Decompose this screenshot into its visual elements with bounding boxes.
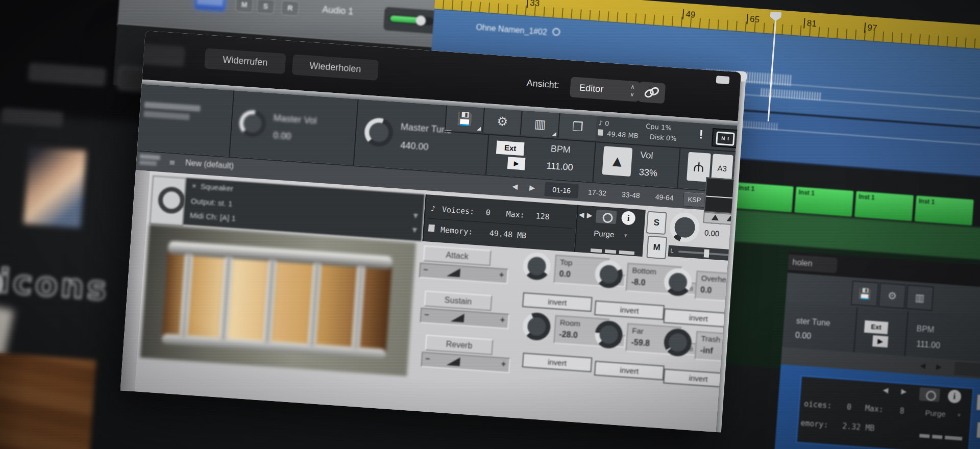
- master-tune-value[interactable]: 440.00: [400, 140, 429, 153]
- invert-button[interactable]: invert: [594, 361, 665, 380]
- purge-arrow-icon[interactable]: ▼: [623, 233, 628, 238]
- ni-logo[interactable]: N I: [712, 128, 738, 148]
- inst-track[interactable]: Inst 1: [794, 186, 854, 217]
- next-icon[interactable]: ▶: [901, 387, 907, 395]
- view-layout-icon[interactable]: ▥: [520, 111, 559, 138]
- redo-button[interactable]: Wiederholen: [292, 54, 379, 81]
- prev-page-icon[interactable]: ◀: [512, 182, 518, 191]
- bg-instrument-header[interactable]: ◀ ▶ i oices: 0 Max: 8 emory: 2.32 MB Pur…: [796, 375, 974, 449]
- bg-purge-button[interactable]: Purge: [925, 408, 946, 418]
- output-row[interactable]: Output: st. 1: [190, 196, 233, 208]
- minus-label[interactable]: –: [425, 354, 430, 364]
- chevron-down-icon[interactable]: ▼: [412, 226, 417, 234]
- layout-icon[interactable]: ▥: [905, 285, 934, 311]
- prev-page-icon[interactable]: ◀: [920, 361, 926, 370]
- info-icon[interactable]: i: [621, 211, 636, 226]
- save-icon[interactable]: 💾: [445, 105, 484, 132]
- multi-menu-icon[interactable]: ≡: [168, 158, 176, 167]
- ksp-tab[interactable]: KSP: [683, 192, 706, 208]
- multi-name[interactable]: New (default): [185, 158, 234, 171]
- page-tab-33-48[interactable]: 33-48: [615, 187, 647, 203]
- pan-handle[interactable]: [704, 249, 709, 258]
- record-button[interactable]: R: [281, 0, 299, 16]
- prev-icon[interactable]: ◀: [883, 386, 889, 394]
- snapshot-camera-icon[interactable]: [919, 387, 940, 402]
- invert-button[interactable]: invert: [522, 353, 593, 372]
- solo-button[interactable]: S: [646, 211, 667, 235]
- bg-page-tab[interactable]: [954, 362, 980, 377]
- bg-bpm-value[interactable]: 111.00: [916, 339, 941, 350]
- metronome-icon[interactable]: ▲: [602, 146, 633, 177]
- room-knob[interactable]: [522, 312, 552, 341]
- max-value[interactable]: 128: [535, 211, 550, 221]
- trash-knob[interactable]: [663, 328, 693, 357]
- master-tune-knob[interactable]: [363, 117, 394, 147]
- inst-track[interactable]: Inst 1: [914, 195, 974, 226]
- width-handle-left[interactable]: [712, 214, 719, 220]
- bottom-knob[interactable]: [594, 260, 624, 289]
- plus-label[interactable]: +: [499, 270, 504, 280]
- instrument-icon-box[interactable]: [150, 176, 187, 227]
- volume-slider[interactable]: [389, 14, 434, 26]
- far-knob[interactable]: [594, 320, 624, 350]
- slider-handle[interactable]: [447, 357, 460, 366]
- next-page-icon[interactable]: ▶: [529, 183, 535, 192]
- midi-row[interactable]: Midi Ch: [A] 1: [189, 211, 236, 222]
- close-icon[interactable]: ×: [191, 181, 197, 190]
- play-button[interactable]: ▶: [507, 157, 526, 170]
- metro-vol-value[interactable]: 33%: [639, 167, 657, 179]
- bpm-value[interactable]: 111.00: [546, 160, 574, 173]
- plus-label[interactable]: +: [501, 359, 506, 369]
- mute-button[interactable]: M: [646, 236, 667, 260]
- bg-play-button[interactable]: ▶: [872, 335, 889, 347]
- next-instrument-icon[interactable]: ▶: [586, 211, 593, 219]
- overhead-knob[interactable]: [663, 267, 693, 297]
- undo-button[interactable]: Widerrufen: [204, 48, 286, 74]
- minus-label[interactable]: –: [424, 310, 429, 320]
- gear-icon[interactable]: ⚙: [482, 108, 522, 135]
- gear-icon[interactable]: ⚙: [878, 283, 906, 309]
- solo-button[interactable]: S: [256, 0, 275, 14]
- tune-value[interactable]: 0.00: [704, 228, 719, 238]
- chevron-down-icon[interactable]: ▼: [413, 212, 418, 220]
- audio-clip-icon[interactable]: [194, 0, 227, 11]
- link-button[interactable]: [638, 82, 666, 104]
- tune-knob[interactable]: [669, 212, 701, 243]
- volume-knob[interactable]: [415, 15, 426, 26]
- slider-handle[interactable]: [451, 313, 464, 322]
- master-vol-value[interactable]: 0.00: [273, 130, 291, 142]
- plus-label[interactable]: +: [500, 315, 505, 325]
- page-tab-17-32[interactable]: 17-32: [581, 184, 614, 201]
- page-tab-01-16[interactable]: 01-16: [544, 182, 579, 198]
- bg-redo-button[interactable]: holen: [788, 255, 838, 273]
- inst-track[interactable]: Inst 1: [734, 182, 794, 213]
- instrument-title[interactable]: × Squeaker: [191, 181, 233, 193]
- reverb-slider[interactable]: – +: [421, 352, 510, 373]
- invert-button[interactable]: invert: [522, 292, 593, 312]
- inst-track[interactable]: Inst 1: [854, 191, 914, 221]
- master-vol-knob[interactable]: [238, 109, 267, 138]
- next-page-icon[interactable]: ▶: [936, 362, 942, 371]
- bg-solo-button[interactable]: S: [976, 394, 980, 411]
- snapshot-camera-icon[interactable]: [596, 209, 617, 224]
- bg-master-tune-value[interactable]: 0.00: [795, 331, 811, 341]
- bg-ext-button[interactable]: Ext: [864, 320, 889, 334]
- info-icon[interactable]: i: [947, 389, 962, 404]
- minus-label[interactable]: –: [423, 265, 428, 275]
- attack-slider[interactable]: – +: [419, 263, 509, 284]
- mute-button[interactable]: M: [235, 0, 254, 13]
- page-tab-49-64[interactable]: 49-64: [648, 189, 681, 206]
- float-window-icon[interactable]: ❐: [557, 113, 597, 140]
- prev-instrument-icon[interactable]: ◀: [578, 210, 584, 219]
- top-knob[interactable]: [522, 252, 552, 281]
- kontakt-window-body: Widerrufen Wiederholen Ansicht: Editor ∧…: [120, 31, 741, 432]
- save-icon[interactable]: 💾: [851, 281, 879, 307]
- warning-icon[interactable]: !: [698, 127, 703, 141]
- bg-mute-button[interactable]: M: [976, 421, 980, 439]
- view-dropdown[interactable]: Editor ∧∨: [570, 77, 640, 102]
- sustain-slider[interactable]: – +: [420, 308, 509, 329]
- purge-button[interactable]: Purge: [594, 229, 615, 239]
- window-pill[interactable]: [716, 76, 730, 84]
- ext-sync-button[interactable]: Ext: [496, 141, 525, 156]
- slider-handle[interactable]: [447, 267, 460, 277]
